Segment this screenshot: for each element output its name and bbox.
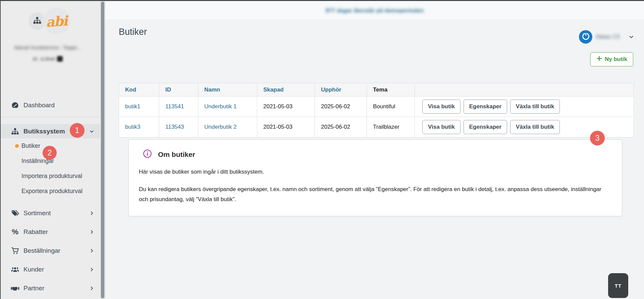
scrollbar-thumb[interactable] [101,2,104,298]
store-code-link[interactable]: butik3 [119,117,159,137]
sidebar-item-label: Butiker [21,142,40,150]
sidebar-item-label: Importera produkturval [21,173,82,180]
table-row: butik1 113541 Underbutik 1 2021-05-03 20… [119,97,634,117]
sitemap-icon [11,127,19,135]
new-store-label: Ny butik [605,56,627,63]
infobox-paragraph: Du kan redigera butikers övergripande eg… [139,184,610,204]
column-header-upphor[interactable]: Upphör [315,83,367,97]
chevron-right-icon [89,286,94,291]
sidebar-item-butikssystem[interactable]: Butikssystem [1,124,100,138]
info-icon [143,149,152,160]
store-id-link[interactable]: 113543 [159,117,198,137]
abicart-logo: abi [29,8,72,35]
sidebar-item-label: Partner [23,285,44,292]
sidebar: abi Abicart Kundservice - Toppe... ID: 1… [1,1,100,299]
sidebar-item-label: Exportera produkturval [21,188,83,195]
page-title: Butiker [119,27,147,37]
cart-icon [11,247,19,255]
user-menu[interactable]: Abbas CS [579,30,634,44]
sidebar-item-label: Sortiment [23,210,51,217]
properties-button[interactable]: Egenskaper [464,100,507,114]
plus-icon [596,56,602,63]
account-id-blurred: ID: 113540 [4,56,91,62]
percent-icon: % [11,228,19,236]
users-icon [11,265,19,274]
column-header-id[interactable]: ID [159,83,198,97]
view-store-button[interactable]: Visa butik [422,120,461,134]
chevron-right-icon [89,211,94,216]
app-window: abi Abicart Kundservice - Toppe... ID: 1… [0,0,644,299]
tt-widget-button[interactable]: TT [608,273,628,298]
new-store-button[interactable]: Ny butik [590,52,633,66]
sidebar-menu: Dashboard Butikssystem Butiker Inställni… [1,98,100,298]
column-header-namn[interactable]: Namn [198,83,257,97]
store-code-link[interactable]: butik1 [119,97,159,117]
sidebar-item-label: Rabatter [23,228,48,236]
column-header-kod[interactable]: Kod [119,83,159,97]
view-store-button[interactable]: Visa butik [422,100,461,114]
brand-circle: abi [43,8,70,35]
tutorial-badge-2: 2 [43,146,57,160]
content-panel: Butiker Abbas CS Ny butik [105,20,644,299]
store-created-date: 2021-05-03 [257,117,315,137]
avatar [579,30,592,44]
sidebar-item-exportera-produkturval[interactable]: Exportera produkturval [1,184,100,199]
store-expiry-date: 2025-06-02 [315,117,367,137]
store-theme: Bountiful [367,97,415,117]
row-actions: Visa butik Egenskaper Växla till butik [415,97,634,117]
sidebar-item-bestallningar[interactable]: Beställningar [1,241,100,260]
sidebar-item-label: Kunder [23,266,44,273]
column-header-actions [415,83,634,97]
sidebar-item-dashboard[interactable]: Dashboard [1,98,100,113]
sidebar-item-importera-produkturval[interactable]: Importera produkturval [1,169,100,184]
tutorial-badge-1: 1 [70,123,85,138]
switch-to-store-button[interactable]: Växla till butik [510,100,560,114]
sidebar-item-partner[interactable]: Partner [1,279,100,298]
switch-to-store-button[interactable]: Växla till butik [510,120,560,134]
chevron-down-icon [629,34,634,40]
about-stores-infobox: Om butiker Här visas de butiker som ingå… [128,139,622,216]
table-row: butik3 113543 Underbutik 2 2021-05-03 20… [119,117,634,137]
sidebar-item-sortiment[interactable]: Sortiment [1,204,100,223]
sidebar-item-label: Butikssystem [23,128,65,135]
store-theme: Trailblazer [367,117,415,137]
dashboard-icon [11,101,19,109]
sidebar-item-rabatter[interactable]: % Rabatter [1,223,100,241]
active-dot-icon [15,144,19,148]
sitemap-icon [33,16,42,26]
brand-wordmark: abi [46,12,68,29]
power-icon [581,32,590,42]
store-id-link[interactable]: 113541 [159,97,198,117]
store-name-link[interactable]: Underbutik 2 [198,117,257,137]
demo-period-notice-blurred: 977 dagar återstår på demoperioden [326,7,424,14]
masked-icon [57,56,63,62]
tags-icon [11,209,19,217]
user-name-blurred: Abbas CS [596,34,625,40]
sidebar-item-label: Beställningar [23,247,60,254]
infobox-title: Om butiker [158,151,195,159]
sidebar-item-kunder[interactable]: Kunder [1,260,100,279]
column-header-tema: Tema [367,83,415,97]
handshake-icon [11,284,19,292]
tutorial-badge-3: 3 [590,131,605,145]
column-header-skapad[interactable]: Skapad [257,83,315,97]
stores-table: Kod ID Namn Skapad Upphör Tema butik1 11… [119,83,634,137]
infobox-header: Om butiker [139,149,610,160]
account-name-blurred: Abicart Kundservice - Toppe... [4,45,91,50]
sidebar-scrollbar[interactable] [100,1,105,299]
properties-button[interactable]: Egenskaper [464,120,507,134]
store-created-date: 2021-05-03 [257,97,315,117]
topbar: 977 dagar återstår på demoperioden [105,1,644,20]
chevron-right-icon [89,267,94,272]
sidebar-spacer [1,199,100,204]
chevron-right-icon [89,248,94,253]
main-area: 977 dagar återstår på demoperioden Butik… [105,1,644,299]
sidebar-divider [1,117,100,117]
sidebar-item-label: Dashboard [23,102,55,109]
infobox-paragraph: Här visas de butiker som ingår i ditt bu… [139,167,610,177]
table-header-row: Kod ID Namn Skapad Upphör Tema [119,83,634,97]
chevron-right-icon [89,230,94,235]
store-expiry-date: 2025-06-02 [315,97,367,117]
store-name-link[interactable]: Underbutik 1 [198,97,257,117]
chevron-down-icon [89,129,94,134]
